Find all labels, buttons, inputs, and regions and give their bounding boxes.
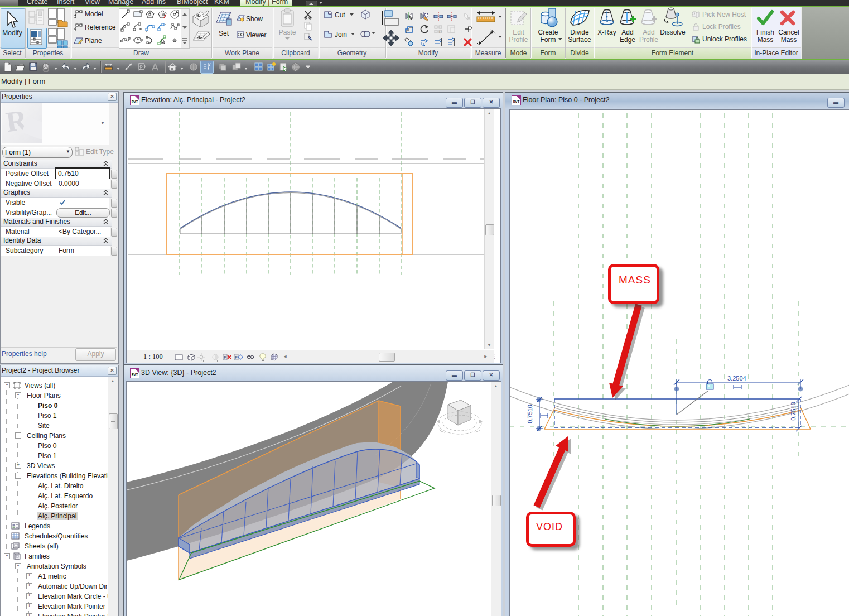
svg-text:3.2504: 3.2504 [727,375,746,382]
svg-text:0.7510: 0.7510 [527,405,533,424]
svg-text:F: F [235,355,238,360]
svg-text:F: F [224,355,226,360]
svg-text:P: P [439,30,442,34]
svg-text:0.7510: 0.7510 [790,402,797,421]
